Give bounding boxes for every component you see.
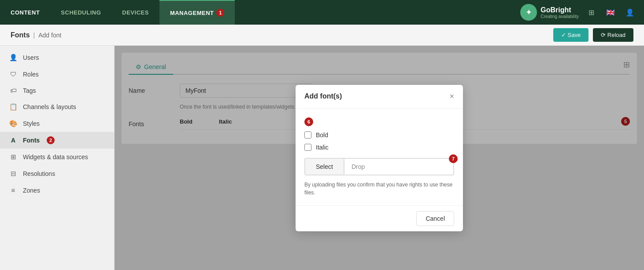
top-navigation: CONTENT SCHEDULING DEVICES MANAGEMENT 1 … [0, 0, 644, 25]
sidebar: 👤 Users 🛡 Roles 🏷 Tags 📋 Channels & layo… [0, 46, 115, 270]
modal-close-button[interactable]: × [449, 92, 454, 101]
sidebar-label-zones: Zones [23, 187, 40, 194]
reload-button[interactable]: ⟳ Reload [593, 28, 633, 42]
sidebar-label-users: Users [23, 54, 39, 61]
sidebar-label-widgets: Widgets & data sources [23, 153, 88, 161]
nav-tab-management[interactable]: MANAGEMENT 1 [159, 0, 235, 25]
sidebar-label-tags: Tags [23, 87, 36, 94]
nav-tab-scheduling[interactable]: SCHEDULING [50, 0, 111, 25]
breadcrumb-bar: Fonts | Add font ✓ Save ⟳ Reload [0, 25, 644, 46]
modal-overlay: Add font(s) × 6 Bold Italic [115, 46, 644, 270]
content-area: ⚙ General ⊞ Name 4 Once the font is used… [115, 46, 644, 270]
flag-icon[interactable]: 🇬🇧 [603, 5, 618, 19]
bold-checkbox[interactable] [304, 131, 311, 139]
logo-tagline: Creating availability [540, 14, 579, 19]
breadcrumb-actions: ✓ Save ⟳ Reload [553, 28, 633, 42]
main-layout: 👤 Users 🛡 Roles 🏷 Tags 📋 Channels & layo… [0, 46, 644, 270]
management-badge: 1 [216, 9, 224, 17]
breadcrumb-sub: Add font [38, 32, 61, 39]
sidebar-label-resolutions: Resolutions [23, 170, 55, 177]
logo-text-block: GoBright Creating availability [540, 6, 579, 19]
bold-checkbox-row: Bold [304, 131, 454, 139]
cancel-button[interactable]: Cancel [416, 211, 454, 226]
modal-hint: By uploading files you confirm that you … [304, 181, 454, 197]
breadcrumb-title: Fonts [11, 31, 30, 39]
select-file-button[interactable]: Select [305, 159, 344, 175]
nav-right-section: ✦ GoBright Creating availability ⊞ 🇬🇧 👤 [520, 0, 644, 25]
sidebar-item-widgets[interactable]: ⊞ Widgets & data sources [0, 149, 114, 165]
modal-title: Add font(s) [304, 92, 342, 100]
nav-tab-content[interactable]: CONTENT [0, 0, 50, 25]
styles-icon: 🎨 [9, 120, 18, 128]
italic-checkbox-row: Italic [304, 144, 454, 151]
sidebar-item-roles[interactable]: 🛡 Roles [0, 66, 114, 82]
bold-checkbox-label: Bold [316, 131, 328, 139]
zones-icon: ≡ [9, 186, 18, 194]
nav-tab-devices-label: DEVICES [122, 9, 149, 16]
modal-body: 6 Bold Italic Select Drop [296, 109, 463, 205]
add-font-modal: Add font(s) × 6 Bold Italic [296, 85, 463, 231]
sidebar-item-tags[interactable]: 🏷 Tags [0, 82, 114, 99]
sidebar-item-styles[interactable]: 🎨 Styles [0, 115, 114, 132]
grid-icon[interactable]: ⊞ [584, 5, 598, 19]
upload-step-badge: 7 [449, 154, 458, 163]
widgets-icon: ⊞ [9, 153, 18, 161]
sidebar-item-channels[interactable]: 📋 Channels & layouts [0, 99, 114, 115]
user-icon[interactable]: 👤 [623, 5, 637, 19]
sidebar-item-users[interactable]: 👤 Users [0, 49, 114, 66]
breadcrumb-separator: | [33, 32, 35, 39]
users-icon: 👤 [9, 54, 18, 62]
modal-footer: Cancel [296, 205, 463, 231]
channels-icon: 📋 [9, 103, 18, 111]
modal-content-badge: 6 [304, 117, 313, 126]
drop-text: Drop [344, 159, 372, 175]
upload-area: Select Drop [304, 158, 454, 175]
sidebar-label-channels: Channels & layouts [23, 103, 76, 110]
sidebar-label-roles: Roles [23, 71, 39, 78]
modal-header: Add font(s) × [296, 85, 463, 109]
modal-content-badge-wrapper: 6 [304, 117, 313, 126]
gobright-logo: ✦ GoBright Creating availability [520, 4, 579, 21]
sidebar-label-fonts: Fonts [23, 137, 40, 144]
nav-tab-scheduling-label: SCHEDULING [61, 9, 101, 16]
sidebar-item-zones[interactable]: ≡ Zones [0, 182, 114, 198]
fonts-badge: 2 [47, 136, 55, 144]
roles-icon: 🛡 [9, 70, 18, 78]
nav-tab-devices[interactable]: DEVICES [111, 0, 159, 25]
nav-tab-management-label: MANAGEMENT [170, 10, 214, 16]
resolutions-icon: ⊟ [9, 170, 18, 178]
fonts-icon: A [9, 137, 18, 144]
tags-icon: 🏷 [9, 87, 18, 94]
sidebar-label-styles: Styles [23, 120, 40, 127]
logo-icon: ✦ [520, 4, 537, 21]
logo-name: GoBright [540, 6, 579, 14]
sidebar-item-resolutions[interactable]: ⊟ Resolutions [0, 165, 114, 182]
sidebar-item-fonts[interactable]: A Fonts 2 [0, 132, 114, 149]
italic-checkbox[interactable] [304, 144, 311, 151]
save-button[interactable]: ✓ Save [553, 28, 588, 42]
italic-checkbox-label: Italic [316, 144, 329, 151]
nav-tab-content-label: CONTENT [11, 9, 40, 16]
